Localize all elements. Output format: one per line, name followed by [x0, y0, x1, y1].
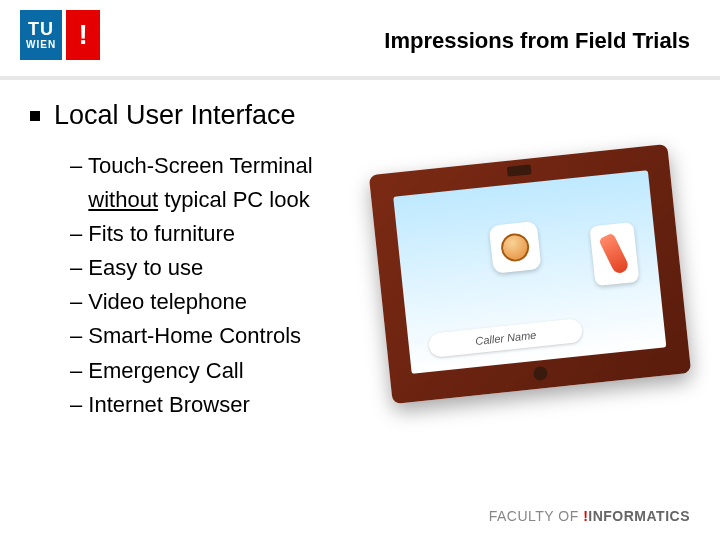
- touchscreen-terminal: Caller Name: [369, 144, 691, 404]
- list-text: Emergency Call: [88, 358, 243, 383]
- list-text: typical PC look: [158, 187, 310, 212]
- footer-faculty: FACULTY OF: [489, 508, 583, 524]
- user-avatar-icon: [489, 221, 542, 274]
- slide-content: Local User Interface Touch-Screen Termin…: [0, 80, 720, 422]
- list-item: Smart-Home Controls: [70, 319, 360, 353]
- slide-header: TU WIEN ! Impressions from Field Trials: [0, 0, 720, 80]
- square-bullet-icon: [30, 111, 40, 121]
- list-item: Internet Browser: [70, 388, 360, 422]
- bullet-list: Touch-Screen Terminal without typical PC…: [30, 149, 360, 422]
- heading-text: Local User Interface: [54, 100, 296, 131]
- list-item: Video telephone: [70, 285, 360, 319]
- list-item: Easy to use: [70, 251, 360, 285]
- phone-handset-icon: [589, 222, 639, 286]
- list-text: Touch-Screen Terminal: [88, 153, 313, 178]
- list-item: Fits to furniture: [70, 217, 360, 251]
- tuwien-logo: TU WIEN !: [20, 10, 100, 60]
- list-text: Fits to furniture: [88, 221, 235, 246]
- device-screen: Caller Name: [393, 170, 666, 374]
- main-row: Touch-Screen Terminal without typical PC…: [30, 149, 690, 422]
- logo-tuwien-block: TU WIEN: [20, 10, 62, 60]
- logo-bang-block: !: [66, 10, 100, 60]
- list-text: Internet Browser: [88, 392, 249, 417]
- list-item: Touch-Screen Terminal without typical PC…: [70, 149, 360, 217]
- list-text-underlined: without: [88, 187, 158, 212]
- list-text: Smart-Home Controls: [88, 323, 301, 348]
- list-text: Easy to use: [88, 255, 203, 280]
- slide-title: Impressions from Field Trials: [384, 28, 690, 54]
- logo-wien-text: WIEN: [26, 40, 56, 50]
- section-heading: Local User Interface: [30, 100, 690, 131]
- exclamation-icon: !: [78, 19, 87, 51]
- logo-tu-text: TU: [28, 20, 54, 38]
- footer-informatics: INFORMATICS: [588, 508, 690, 524]
- list-item: Emergency Call: [70, 354, 360, 388]
- caller-name-label: Caller Name: [428, 318, 583, 358]
- list-text: Video telephone: [88, 289, 247, 314]
- device-photo: Caller Name: [370, 149, 690, 422]
- slide-footer: FACULTY OF !INFORMATICS: [489, 508, 690, 524]
